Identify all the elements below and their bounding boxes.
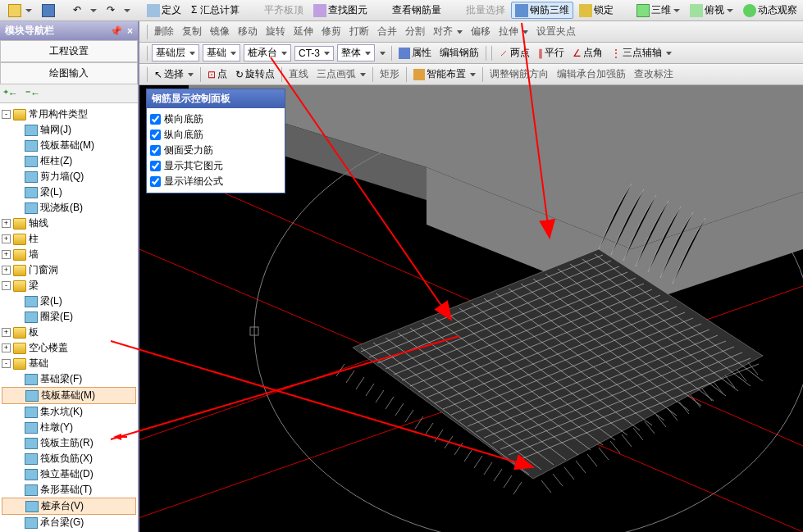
expand-toggle[interactable]: +: [2, 219, 11, 228]
tree-item[interactable]: 承台梁(G): [2, 515, 136, 530]
tree-item[interactable]: 圈梁(E): [2, 309, 136, 325]
tree-folder-wall[interactable]: +墙: [2, 247, 136, 262]
tree-item[interactable]: 框柱(Z): [2, 153, 136, 169]
select-button[interactable]: ↖选择: [151, 66, 197, 83]
tree-item[interactable]: 剪力墙(Q): [2, 169, 136, 184]
undo-button[interactable]: ↶: [69, 2, 101, 19]
edit-cap-rebar-button[interactable]: 编辑承台加强筋: [554, 66, 629, 83]
expand-toggle[interactable]: +: [2, 234, 11, 243]
checkbox[interactable]: [150, 176, 161, 187]
tab-draw-input[interactable]: 绘图输入: [0, 62, 138, 84]
lock-button[interactable]: 锁定: [575, 2, 618, 19]
set-clamp-button[interactable]: 设置夹点: [533, 23, 579, 40]
split-button[interactable]: 分割: [402, 23, 428, 40]
expand-icon[interactable]: ⁺←: [3, 88, 18, 99]
rotate-button[interactable]: 旋转: [262, 23, 289, 40]
category-combo[interactable]: 基础: [203, 44, 240, 61]
tree-item[interactable]: 条形基础(T): [2, 482, 136, 498]
tree-item[interactable]: 筏板基础(M): [2, 138, 136, 153]
tree-folder-hollow[interactable]: +空心楼盖: [2, 340, 136, 356]
tree-item[interactable]: 基础梁(F): [2, 371, 136, 387]
instance-combo[interactable]: CT-3: [294, 46, 334, 61]
display-combo[interactable]: 整体: [337, 44, 375, 61]
extend-button[interactable]: 延伸: [290, 23, 317, 40]
tree-item[interactable]: 筏板负筋(X): [2, 451, 136, 466]
parallel-button[interactable]: ∥平行: [535, 44, 568, 61]
tree-folder-column[interactable]: +柱: [2, 231, 136, 247]
tree-item-pile-cap[interactable]: 桩承台(V): [2, 498, 136, 515]
adjust-rebar-button[interactable]: 调整钢筋方向: [486, 66, 552, 83]
tree-item[interactable]: 集水坑(K): [2, 404, 136, 420]
expand-toggle[interactable]: +: [2, 328, 11, 337]
arc-button[interactable]: 三点画弧: [313, 66, 369, 83]
3d-button[interactable]: 三维: [632, 2, 684, 19]
move-button[interactable]: 移动: [235, 23, 261, 40]
trim-button[interactable]: 修剪: [318, 23, 344, 40]
tree-item[interactable]: 筏板主筋(R): [2, 435, 136, 451]
expand-toggle[interactable]: +: [2, 343, 11, 352]
break-button[interactable]: 打断: [346, 23, 372, 40]
tree-item[interactable]: 轴网(J): [2, 122, 136, 138]
tree-item[interactable]: 独立基础(D): [2, 466, 136, 482]
point-button[interactable]: ⊡点: [204, 66, 230, 83]
open-button[interactable]: [4, 2, 36, 19]
sum-calc-button[interactable]: Σ 汇总计算: [187, 2, 244, 19]
redo-button[interactable]: ↷: [103, 2, 135, 19]
viewport-3d[interactable]: 钢筋显示控制面板 横向底筋 纵向底筋 侧面受力筋 显示其它图元 显示详细公式: [139, 85, 803, 532]
tree-folder-beam[interactable]: -梁: [2, 278, 136, 293]
find-elem-button[interactable]: 查找图元: [309, 2, 372, 19]
tree-folder-opening[interactable]: +门窗洞: [2, 262, 136, 278]
rebar-option[interactable]: 纵向底筋: [150, 127, 281, 143]
expand-toggle[interactable]: -: [2, 281, 11, 290]
tab-project-settings[interactable]: 工程设置: [0, 40, 138, 62]
expand-toggle[interactable]: +: [2, 266, 11, 275]
tree-item-raft-foundation[interactable]: 筏板基础(M): [2, 387, 136, 404]
save-button[interactable]: [38, 2, 61, 19]
smart-place-button[interactable]: 智能布置: [410, 66, 479, 83]
expand-toggle[interactable]: +: [2, 250, 11, 259]
tree-item[interactable]: 柱墩(Y): [2, 420, 136, 435]
view-annot-button[interactable]: 查改标注: [631, 66, 677, 83]
tree-item[interactable]: 现浇板(B): [2, 200, 136, 216]
view-rebar-button[interactable]: 查看钢筋量: [373, 2, 445, 19]
tree-root[interactable]: - 常用构件类型: [2, 107, 136, 122]
level-top-button[interactable]: 平齐板顶: [245, 2, 308, 19]
rebar-option[interactable]: 显示其它图元: [150, 158, 281, 174]
attrs-button[interactable]: 属性: [395, 44, 435, 61]
floor-combo[interactable]: 基础层: [152, 44, 199, 61]
checkbox[interactable]: [150, 130, 161, 140]
merge-button[interactable]: 合并: [374, 23, 400, 40]
line-button[interactable]: 直线: [285, 66, 312, 83]
collapse-icon[interactable]: ⁻←: [25, 88, 40, 99]
dyn-view-button[interactable]: 动态观察: [739, 2, 801, 19]
tree-folder-slab[interactable]: +板: [2, 325, 136, 340]
batch-select-button[interactable]: 批量选择: [447, 2, 509, 19]
define-button[interactable]: 定义: [143, 2, 185, 19]
align-button[interactable]: 对齐: [430, 23, 466, 40]
tree-folder-axis[interactable]: +轴线: [2, 216, 136, 231]
rebar-option[interactable]: 侧面受力筋: [150, 143, 281, 158]
two-point-button[interactable]: ⟋两点: [495, 44, 533, 61]
rebar-display-panel[interactable]: 钢筋显示控制面板 横向底筋 纵向底筋 侧面受力筋 显示其它图元 显示详细公式: [146, 89, 285, 193]
checkbox[interactable]: [150, 145, 161, 156]
edit-rebar-button[interactable]: 编辑钢筋: [436, 44, 482, 61]
point-angle-button[interactable]: ∠点角: [569, 44, 606, 61]
delete-button[interactable]: 删除: [151, 23, 177, 40]
copy-button[interactable]: 复制: [179, 23, 205, 40]
checkbox[interactable]: [150, 114, 161, 125]
type-combo[interactable]: 桩承台: [244, 44, 291, 61]
offset-button[interactable]: 偏移: [468, 23, 494, 40]
top-view-button[interactable]: 俯视: [686, 2, 737, 19]
rect-button[interactable]: 矩形: [376, 66, 403, 83]
rebar-3d-button[interactable]: 钢筋三维: [511, 2, 573, 19]
expand-toggle[interactable]: -: [2, 110, 11, 119]
rotate-point-button[interactable]: ↻旋转点: [232, 66, 278, 83]
stretch-button[interactable]: 拉伸: [495, 23, 532, 40]
close-icon[interactable]: ×: [127, 25, 133, 37]
checkbox[interactable]: [150, 161, 161, 171]
pin-icon[interactable]: 📌: [110, 25, 122, 37]
mirror-button[interactable]: 镜像: [207, 23, 233, 40]
three-pt-aux-button[interactable]: ⋮三点辅轴: [608, 44, 675, 61]
tree-folder-foundation[interactable]: -基础: [2, 356, 136, 371]
expand-toggle[interactable]: -: [2, 359, 11, 368]
